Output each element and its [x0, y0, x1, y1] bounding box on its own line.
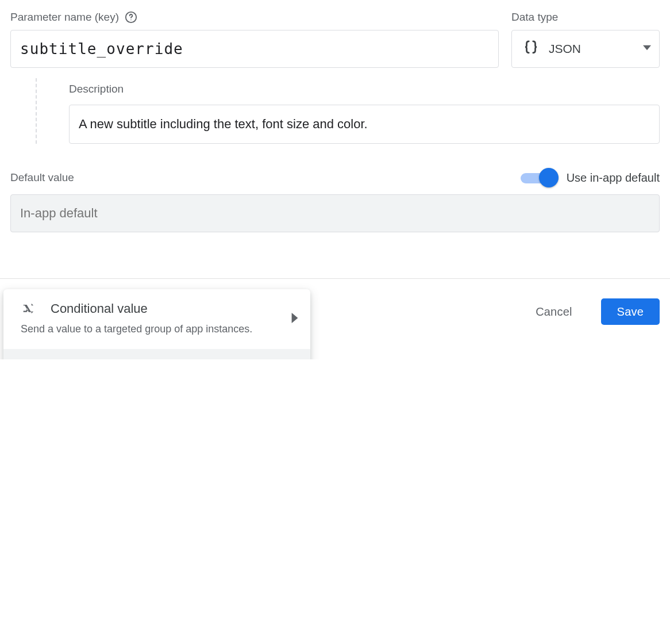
default-value-label: Default value [10, 171, 74, 184]
tree-connector [36, 78, 37, 144]
popover-item-conditional[interactable]: Conditional value Send a value to a targ… [3, 289, 310, 349]
help-icon[interactable] [125, 11, 137, 24]
save-button[interactable]: Save [601, 298, 660, 325]
default-value-input [10, 194, 660, 232]
popover-desc: Send a value to a targeted group of app … [21, 321, 295, 336]
popover-title: Conditional value [51, 301, 148, 316]
data-type-label: Data type [511, 11, 558, 24]
use-inapp-toggle[interactable] [521, 168, 559, 187]
param-name-label: Parameter name (key) [10, 11, 119, 24]
use-inapp-label: Use in-app default [567, 171, 660, 185]
json-braces-icon [522, 39, 540, 59]
description-input[interactable] [69, 105, 660, 144]
description-label: Description [69, 83, 124, 95]
popover-item-experiment[interactable]: Experiment Test one or more values befor… [3, 349, 310, 359]
cancel-button[interactable]: Cancel [519, 298, 588, 325]
data-type-value: JSON [549, 42, 634, 56]
chevron-right-icon [291, 313, 299, 325]
chevron-down-icon [643, 44, 651, 54]
conditional-icon [21, 301, 38, 317]
add-value-popover: Conditional value Send a value to a targ… [3, 289, 310, 359]
param-name-input[interactable] [10, 30, 499, 68]
svg-point-1 [130, 20, 131, 20]
data-type-select[interactable]: JSON [511, 30, 660, 68]
